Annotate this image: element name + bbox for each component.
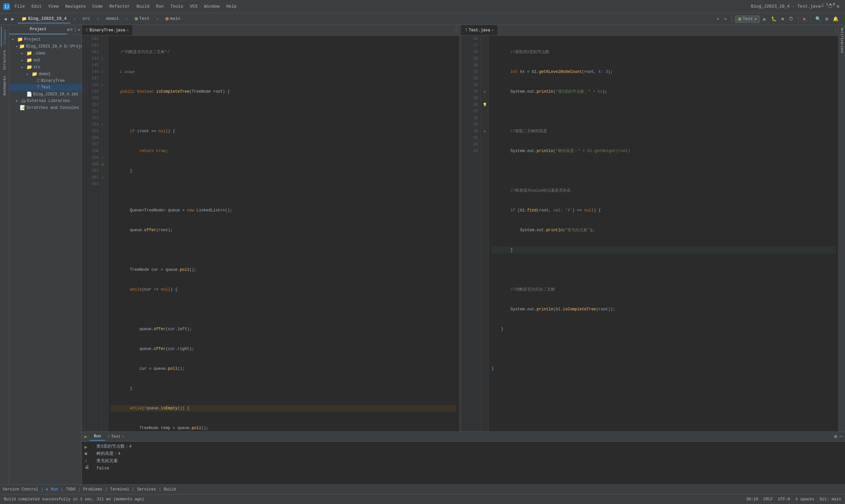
right-tab-test[interactable]: T Test.java ✕ [461, 25, 498, 35]
out-folder-icon: 📁 [27, 57, 32, 63]
tree-item-test[interactable]: ▸ T Test [9, 84, 82, 91]
code-line-150 [111, 247, 457, 253]
left-tab-close[interactable]: ✕ [126, 28, 129, 32]
project-icon: 📁 [21, 16, 27, 21]
search-everywhere-button[interactable]: 🔍 [814, 16, 822, 22]
nav-tab-main[interactable]: main [161, 15, 184, 23]
run-label: Run [94, 434, 101, 439]
test-tab-close-btn[interactable]: ✕ [122, 434, 124, 439]
tw-terminal[interactable]: Terminal [110, 487, 129, 492]
tw-sep5: | [130, 487, 136, 492]
back-button[interactable]: ◀ [3, 16, 8, 22]
nav-tab-src[interactable]: src [78, 15, 94, 23]
notifications-button[interactable]: 🔔 [831, 16, 840, 22]
tree-arrow-src: ▸ [21, 65, 25, 69]
tw-sep3: | [77, 487, 82, 492]
stop-run-button[interactable]: ■ [85, 451, 94, 456]
sidebar-settings-icon[interactable]: ⚙ [67, 28, 69, 32]
run-output: ▶ ■ ↓ 🖨 第3层的节点数：4 树的高度：4 查无此元素 false [82, 442, 845, 484]
right-code-view[interactable]: 26 27 28 29 30 31 32 33 34 35 36 37 38 3… [461, 36, 839, 431]
run-content: 第3层的节点数：4 树的高度：4 查无此元素 false [96, 443, 842, 483]
sidebar-expand-icon[interactable]: ≡ [70, 28, 73, 32]
undo-button[interactable]: ↶ [715, 16, 721, 22]
close-button[interactable]: ✕ [837, 4, 842, 9]
project-tab[interactable]: Project [1, 26, 8, 47]
code-line-157: } [111, 385, 457, 392]
nav-tab-demo1[interactable]: demo1 [102, 15, 123, 23]
code-line-148: Queue<TreeNode> queue = new LinkedList<>… [111, 207, 457, 214]
tree-item-demo1[interactable]: ▸ 📁 demo1 [9, 71, 82, 77]
bottom-settings-icon[interactable]: ⚙ [834, 434, 837, 439]
scroll-end-button[interactable]: ↓ [85, 458, 94, 463]
menu-file[interactable]: File [12, 3, 28, 10]
tree-item-extlibs[interactable]: ▸ 🗂 External Libraries [9, 97, 82, 104]
tree-item-iml[interactable]: ▸ 📄 Blog_J2023_10_4.iml [9, 91, 82, 97]
forward-button[interactable]: ▶ [10, 16, 15, 22]
run-play-icon[interactable]: ▶ [85, 434, 87, 439]
bottom-tab-run[interactable]: Run [90, 433, 105, 441]
menu-build[interactable]: Build [134, 3, 152, 10]
tw-sep1: | [40, 487, 45, 492]
sidebar-close-icon[interactable]: ✕ [78, 28, 80, 32]
bottom-minimize-icon[interactable]: ─ [840, 434, 842, 439]
menu-vcs[interactable]: VCS [187, 3, 200, 10]
coverage-button[interactable]: ⊕ [780, 16, 785, 22]
print-button[interactable]: 🖨 [85, 464, 94, 470]
tree-item-idea[interactable]: ▸ 📁 .idea [9, 50, 82, 57]
menu-help[interactable]: Help [224, 3, 239, 10]
nav-tab-test[interactable]: Test [131, 15, 154, 23]
tw-build[interactable]: Build [164, 487, 176, 492]
run-config-dropdown[interactable]: Test ▾ [735, 16, 760, 23]
menu-view[interactable]: View [46, 3, 61, 10]
menu-edit[interactable]: Edit [29, 3, 44, 10]
menu-refactor[interactable]: Refactor [107, 3, 133, 10]
tree-item-binarytree[interactable]: ▸ C BinaryTree [9, 77, 82, 84]
bookmarks-tab[interactable]: Bookmarks [1, 73, 8, 98]
menu-navigate[interactable]: Navigate [63, 3, 88, 10]
settings-button[interactable]: ⚙ [824, 16, 829, 22]
sidebar-gear-icon[interactable]: ⋮ [73, 28, 77, 32]
code-line-r40: } [492, 326, 836, 332]
tw-run[interactable]: ▶ Run [46, 487, 58, 492]
code-line-144: if (root == null) { [111, 128, 457, 134]
tree-item-blog[interactable]: ▾ 📁 Blog_J2023_10_4 D:\Project\JAVA\ [9, 43, 82, 50]
bottom-tab-test[interactable]: T Test ✕ [105, 433, 127, 440]
status-charset[interactable]: UTF-8 [778, 497, 790, 502]
tree-item-project[interactable]: ▾ 📁 Project [9, 36, 82, 43]
left-code-view[interactable]: 141 142 143 144 145 146 147 148 149 150 … [82, 36, 459, 431]
tw-services[interactable]: Services [137, 487, 156, 492]
right-tab-close[interactable]: ✕ [492, 28, 494, 32]
right-pane-menu[interactable]: ⋮ [833, 28, 837, 32]
debug-button[interactable]: 🐛 [770, 16, 778, 22]
profile-button[interactable]: ⏱ [787, 16, 794, 22]
sep2 [798, 16, 798, 22]
tw-todo[interactable]: TODO [66, 487, 75, 492]
tree-item-src[interactable]: ▸ 📁 src [9, 64, 82, 71]
tree-arrow-blog: ▾ [16, 44, 18, 49]
menu-run[interactable]: Run [154, 3, 166, 10]
sidebar-tab-project[interactable]: Project [9, 25, 67, 34]
tree-item-scratches[interactable]: ▸ 📝 Scratches and Consoles [9, 104, 82, 111]
nav-tab-project[interactable]: 📁 Blog_J2023_10_4 [17, 15, 71, 23]
status-indent[interactable]: 4 spaces [795, 497, 815, 502]
status-crlf[interactable]: CRLF [763, 497, 773, 502]
notification-bell-icon[interactable]: Notifications [840, 28, 844, 53]
tw-problems[interactable]: Problems [83, 487, 102, 492]
structure-tab[interactable]: Structure [1, 48, 8, 72]
redo-button[interactable]: ↷ [723, 16, 728, 22]
tw-sep4: | [104, 487, 109, 492]
status-cursor[interactable]: 36:10 [746, 497, 758, 502]
menu-tools[interactable]: Tools [168, 3, 186, 10]
test-tab-label: Test [111, 434, 121, 439]
run-button[interactable]: ▶ [762, 15, 768, 23]
stop-button[interactable]: ■ [802, 16, 807, 22]
left-tab-binarytree[interactable]: C BinaryTree.java ✕ [82, 25, 133, 35]
run-line-3: 查无此元素 [96, 457, 842, 465]
menu-code[interactable]: Code [90, 3, 105, 10]
idea-folder-icon: 📁 [27, 51, 32, 56]
left-pane-menu[interactable]: ⋮ [454, 28, 458, 32]
menu-window[interactable]: Window [202, 3, 223, 10]
tree-item-out[interactable]: ▸ 📁 out [9, 57, 82, 64]
rerun-button[interactable]: ▶ [85, 444, 94, 450]
tw-version-control[interactable]: Version Control [3, 487, 38, 492]
